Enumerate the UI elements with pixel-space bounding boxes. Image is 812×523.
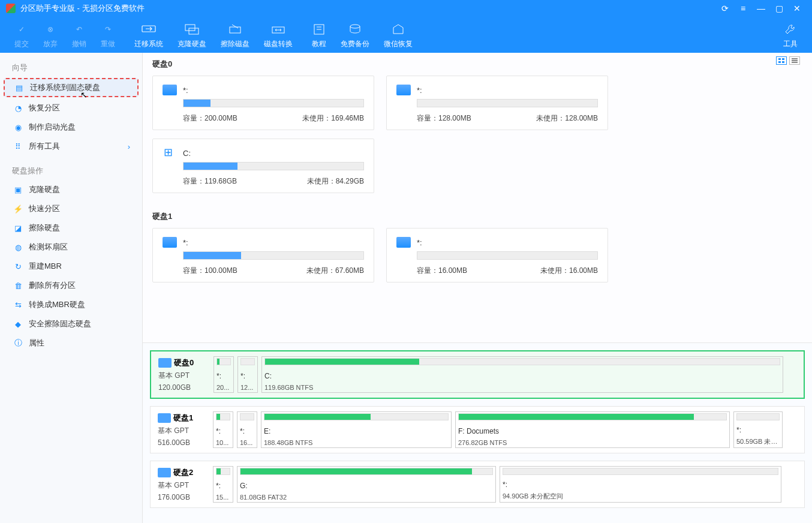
- sidebar-item-bootdisc[interactable]: ◉制作启动光盘: [0, 118, 142, 137]
- partition-segment[interactable]: F: Documets276.82GB NTFS: [455, 411, 730, 448]
- diskops-section-title: 硬盘操作: [0, 162, 142, 180]
- sidebar-item-label: 删除所有分区: [29, 280, 76, 291]
- minimize-button[interactable]: —: [752, 4, 770, 13]
- sidebar-item-all-tools[interactable]: ⠿所有工具›: [0, 137, 142, 156]
- partition-segment[interactable]: E:188.48GB NTFS: [261, 411, 452, 448]
- sidebar-item-wipe-disk[interactable]: ◪擦除硬盘: [0, 218, 142, 238]
- partition-name: *:: [183, 86, 188, 95]
- svg-rect-8: [782, 58, 784, 60]
- app-title: 分区助手专业版 - 无损分区免费软件: [20, 3, 716, 14]
- disk-icon: [158, 358, 172, 368]
- drive-icon: [163, 85, 177, 95]
- chevron-right-icon: ›: [128, 142, 130, 151]
- drive-icon: [396, 85, 411, 95]
- commit-button[interactable]: ✓提交: [14, 21, 29, 49]
- svg-rect-3: [230, 27, 240, 33]
- disk0-title: 硬盘0: [152, 59, 802, 70]
- partition-segment[interactable]: *:15...: [213, 466, 233, 503]
- refresh-icon[interactable]: ⟳: [716, 4, 734, 13]
- partition-segment[interactable]: *:20...: [213, 356, 234, 393]
- convert-icon: ⇆: [12, 300, 24, 309]
- disk-row-0[interactable]: 硬盘0 基本 GPT 120.00GB *:20...*:12...C:119.…: [150, 350, 805, 399]
- redo-button[interactable]: ↷重做: [101, 21, 115, 49]
- partition-segment[interactable]: *:50.59GB 未分...: [733, 411, 783, 448]
- partition-segment[interactable]: G:81.08GB FAT32: [237, 466, 496, 503]
- partition-card[interactable]: *: 容量：100.00MB未使用：67.60MB: [152, 228, 374, 282]
- sidebar-item-label: 安全擦除固态硬盘: [29, 318, 91, 329]
- ssd-icon: ▤: [13, 83, 25, 92]
- sidebar-item-props[interactable]: ⓘ属性: [0, 333, 142, 353]
- sidebar-item-secure-erase[interactable]: ◆安全擦除固态硬盘: [0, 314, 142, 333]
- partition-segment[interactable]: C:119.68GB NTFS: [261, 356, 783, 393]
- svg-rect-10: [782, 61, 784, 63]
- wechat-recover-button[interactable]: 微信恢复: [384, 21, 413, 49]
- migrate-os-button[interactable]: 迁移系统: [134, 21, 163, 49]
- partition-card[interactable]: C: 容量：119.68GB未使用：84.29GB: [152, 139, 374, 193]
- wizard-section-title: 向导: [0, 59, 142, 77]
- disk-row-1[interactable]: 硬盘1 基本 GPT 516.00GB *:10...*:16...E:188.…: [150, 406, 805, 453]
- sidebar-item-recover[interactable]: ◔恢复分区: [0, 98, 142, 118]
- disk1-title: 硬盘1: [152, 211, 802, 222]
- disk-icon: [158, 413, 171, 423]
- partition-name: C:: [183, 149, 191, 158]
- list-view-button[interactable]: [789, 56, 800, 65]
- sidebar-item-to-mbr[interactable]: ⇆转换成MBR硬盘: [0, 295, 142, 314]
- sidebar-item-label: 恢复分区: [29, 103, 60, 113]
- disk-row-2[interactable]: 硬盘2 基本 GPT 176.00GB *:15...G:81.08GB FAT…: [150, 461, 805, 508]
- drive-icon: [163, 237, 177, 248]
- disk-info: 硬盘0 基本 GPT 120.00GB: [156, 356, 210, 393]
- maximize-button[interactable]: ▢: [770, 4, 788, 13]
- sidebar-item-label: 制作启动光盘: [29, 122, 76, 133]
- sidebar-item-rebuild-mbr[interactable]: ↻重建MBR: [0, 257, 142, 276]
- discard-button[interactable]: ⊗放弃: [43, 21, 58, 49]
- free-backup-button[interactable]: 免费备份: [341, 21, 369, 49]
- info-icon: ⓘ: [12, 338, 24, 348]
- sidebar-item-delete-all[interactable]: 🗑删除所有分区: [0, 276, 142, 295]
- clone-icon: ▣: [12, 185, 24, 194]
- partition-card[interactable]: *: 容量：200.00MB未使用：169.46MB: [152, 76, 374, 130]
- svg-rect-11: [792, 58, 798, 59]
- partition-segment[interactable]: *:94.90GB 未分配空间: [500, 466, 781, 503]
- sidebar-item-migrate-ssd[interactable]: ▤ 迁移系统到固态硬盘 ↖: [4, 78, 139, 97]
- disk-info: 硬盘1 基本 GPT 516.00GB: [155, 411, 209, 448]
- svg-rect-7: [778, 58, 781, 60]
- disk-convert-button[interactable]: 磁盘转换: [264, 21, 293, 49]
- clone-disk-button[interactable]: 克隆硬盘: [178, 21, 206, 49]
- partition-segment[interactable]: *:10...: [213, 411, 233, 448]
- disk-map: 硬盘0 基本 GPT 120.00GB *:20...*:12...C:119.…: [143, 343, 812, 523]
- menu-icon[interactable]: ≡: [734, 4, 752, 13]
- disc-icon: ◉: [12, 122, 24, 132]
- card-view-button[interactable]: [776, 56, 787, 65]
- partition-name: *:: [183, 238, 188, 247]
- partition-card[interactable]: *: 容量：16.00MB未使用：16.00MB: [386, 228, 608, 282]
- recover-icon: ◔: [12, 103, 24, 113]
- sidebar-item-quick-partition[interactable]: ⚡快速分区: [0, 199, 142, 218]
- svg-rect-2: [189, 28, 199, 34]
- svg-point-6: [350, 25, 360, 28]
- shield-icon: ◆: [12, 319, 24, 329]
- sidebar-item-label: 擦除硬盘: [29, 223, 60, 233]
- close-button[interactable]: ✕: [788, 4, 806, 13]
- wipe-disk-button[interactable]: 擦除磁盘: [221, 21, 249, 49]
- tools-button[interactable]: 工具: [783, 21, 798, 49]
- svg-rect-13: [792, 62, 798, 63]
- sidebar-item-label: 克隆硬盘: [29, 184, 60, 195]
- scan-icon: ◍: [12, 242, 24, 252]
- lightning-icon: ⚡: [12, 204, 24, 214]
- sidebar-item-label: 快速分区: [29, 203, 60, 214]
- main-toolbar: ✓提交 ⊗放弃 ↶撤销 ↷重做 迁移系统 克隆硬盘 擦除磁盘 磁盘转换 教程 免…: [0, 17, 812, 53]
- partition-overview: 硬盘0 *: 容量：200.00MB未使用：169.46MB *: 容量：128…: [143, 53, 812, 343]
- sidebar-item-clone-disk[interactable]: ▣克隆硬盘: [0, 180, 142, 199]
- svg-rect-9: [778, 61, 781, 63]
- eraser-icon: ◪: [12, 223, 24, 233]
- sidebar-item-label: 属性: [29, 338, 44, 348]
- partition-name: *:: [417, 86, 422, 95]
- drive-icon: [396, 237, 411, 248]
- titlebar: 分区助手专业版 - 无损分区免费软件 ⟳ ≡ — ▢ ✕: [0, 0, 812, 17]
- sidebar-item-bad-sector[interactable]: ◍检测坏扇区: [0, 238, 142, 257]
- partition-card[interactable]: *: 容量：128.00MB未使用：128.00MB: [386, 76, 608, 130]
- tutorial-button[interactable]: 教程: [312, 21, 326, 49]
- undo-button[interactable]: ↶撤销: [72, 21, 86, 49]
- partition-segment[interactable]: *:16...: [237, 411, 257, 448]
- partition-segment[interactable]: *:12...: [237, 356, 258, 393]
